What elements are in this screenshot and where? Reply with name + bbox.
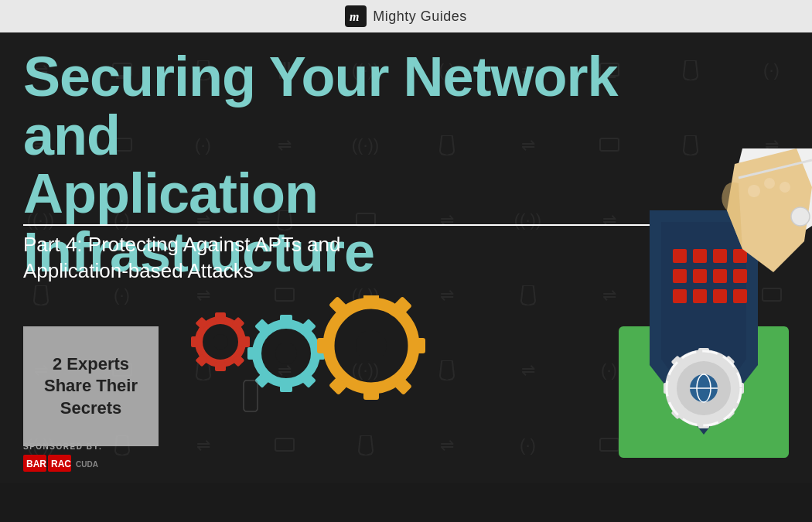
header-bar: m Mighty Guides bbox=[0, 0, 812, 32]
gears-illustration bbox=[186, 295, 456, 450]
svg-text:m: m bbox=[350, 10, 359, 23]
svg-text:CUDA: CUDA bbox=[76, 460, 98, 469]
svg-rect-27 bbox=[693, 269, 707, 283]
svg-rect-26 bbox=[673, 269, 687, 283]
svg-point-49 bbox=[748, 185, 760, 197]
experts-box: 2 Experts Share Their Secrets bbox=[23, 326, 159, 446]
svg-rect-31 bbox=[693, 289, 707, 303]
main-content: ⇌ ((·)) (·) ⇌ (·) ⇌ (·) ⇌ ((·)) ⇌ bbox=[0, 32, 812, 483]
experts-text: 2 Experts Share Their Secrets bbox=[44, 353, 138, 420]
svg-point-83 bbox=[356, 330, 387, 361]
svg-rect-30 bbox=[673, 289, 687, 303]
svg-rect-40 bbox=[735, 383, 744, 394]
experts-secrets: Secrets bbox=[60, 398, 122, 418]
main-illustration bbox=[464, 148, 812, 481]
svg-rect-22 bbox=[673, 249, 687, 263]
svg-text:RAC: RAC bbox=[51, 459, 71, 469]
svg-point-73 bbox=[275, 343, 297, 364]
svg-rect-57 bbox=[241, 336, 250, 347]
svg-rect-37 bbox=[698, 348, 709, 357]
svg-rect-24 bbox=[713, 249, 727, 263]
site-title: Mighty Guides bbox=[373, 9, 467, 25]
experts-count: 2 Experts bbox=[53, 354, 129, 374]
svg-rect-33 bbox=[733, 289, 747, 303]
svg-point-53 bbox=[791, 207, 810, 226]
bg-icon bbox=[650, 32, 731, 107]
sponsor-logo: BAR RAC CUDA bbox=[23, 455, 131, 472]
sponsored-by-section: SPONSORED BY: BAR RAC CUDA bbox=[23, 442, 131, 472]
svg-rect-66 bbox=[280, 381, 292, 392]
svg-rect-56 bbox=[215, 362, 226, 371]
svg-point-63 bbox=[213, 334, 228, 350]
subtitle: Part 4: Protecting Against APTs andAppli… bbox=[23, 232, 340, 285]
svg-rect-77 bbox=[413, 338, 425, 353]
svg-rect-75 bbox=[363, 295, 379, 304]
svg-rect-39 bbox=[664, 383, 673, 394]
experts-share: Share Their bbox=[44, 376, 138, 395]
bg-icon: (·) bbox=[731, 32, 812, 107]
svg-point-51 bbox=[780, 182, 790, 193]
svg-text:BAR: BAR bbox=[26, 459, 46, 469]
svg-rect-25 bbox=[733, 249, 747, 263]
sponsored-label: SPONSORED BY: bbox=[23, 442, 131, 451]
svg-rect-23 bbox=[693, 249, 707, 263]
logo-icon: m bbox=[345, 5, 367, 27]
svg-rect-65 bbox=[280, 315, 292, 326]
svg-rect-28 bbox=[713, 269, 727, 283]
svg-rect-58 bbox=[191, 336, 200, 347]
svg-point-50 bbox=[764, 178, 775, 189]
svg-rect-32 bbox=[713, 289, 727, 303]
svg-rect-55 bbox=[215, 312, 226, 322]
svg-rect-29 bbox=[733, 269, 747, 283]
svg-rect-38 bbox=[698, 419, 709, 428]
svg-rect-76 bbox=[363, 387, 379, 400]
svg-rect-68 bbox=[247, 347, 258, 360]
svg-rect-78 bbox=[317, 338, 329, 353]
